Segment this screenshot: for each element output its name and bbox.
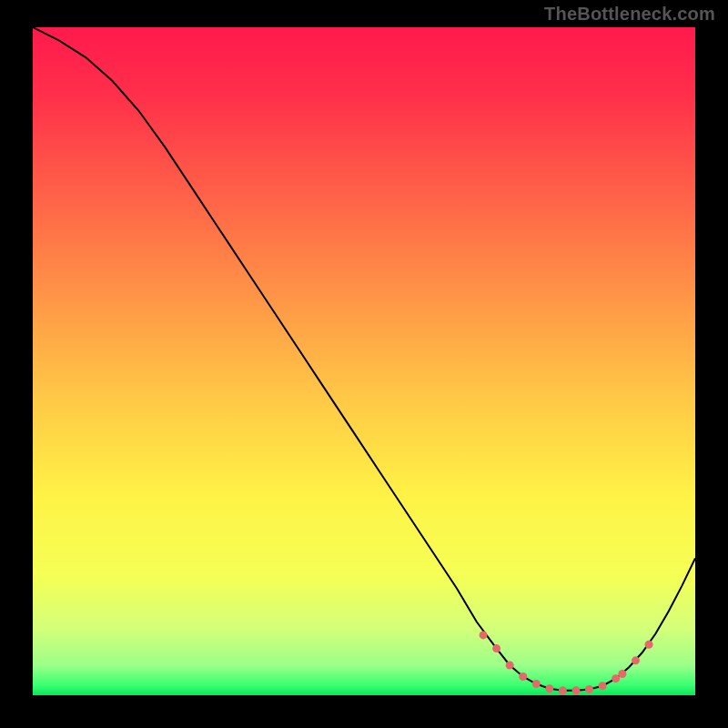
chart-frame: TheBottleneck.com (0, 0, 728, 728)
highlight-dot (585, 685, 593, 693)
highlight-dot (571, 686, 580, 694)
highlight-dot (618, 670, 626, 678)
highlight-dot (559, 686, 567, 694)
highlight-dot (599, 682, 607, 690)
highlight-dot (532, 680, 541, 688)
plot-area (33, 27, 695, 695)
highlight-dot (480, 631, 488, 639)
highlight-dot (645, 641, 653, 649)
gradient-background (33, 27, 695, 695)
watermark-text: TheBottleneck.com (544, 4, 715, 25)
highlight-dot (632, 656, 640, 664)
highlight-dot (519, 672, 527, 681)
bottleneck-chart (33, 27, 695, 695)
highlight-dot (492, 644, 500, 652)
highlight-dot (545, 684, 553, 693)
highlight-dot (612, 674, 620, 682)
highlight-dot (506, 661, 514, 669)
